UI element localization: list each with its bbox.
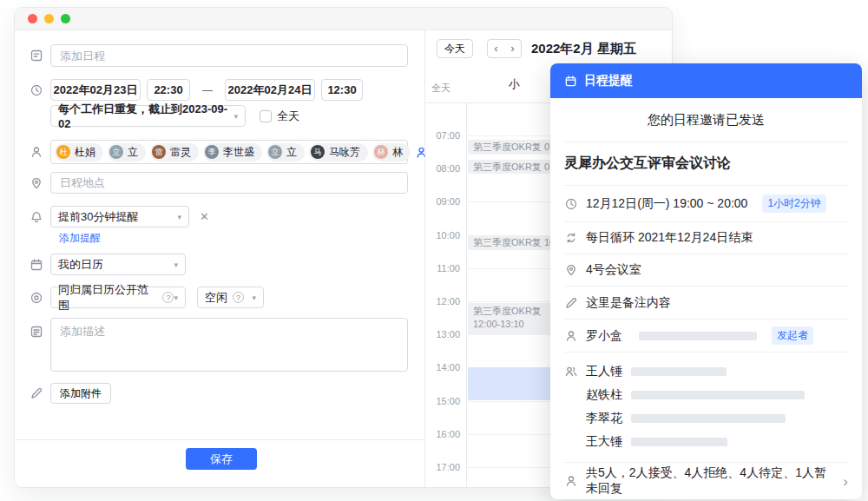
- bell-icon: [30, 210, 43, 224]
- pencil-icon: [30, 386, 43, 400]
- hour-label: 12:00: [425, 296, 460, 307]
- help-icon: ?: [233, 292, 244, 303]
- organizer-row: 罗小盒 发起者: [564, 320, 848, 353]
- reminder-event-title: 灵犀办公交互评审会议讨论: [564, 142, 848, 186]
- close-window-button[interactable]: [28, 14, 37, 23]
- footer-divider: [15, 439, 424, 440]
- visibility-icon: [30, 291, 43, 305]
- attendee-item: 赵铁柱: [564, 383, 848, 406]
- today-button[interactable]: 今天: [437, 39, 473, 58]
- repeat-select[interactable]: 每个工作日重复，截止到2023-09-02 ▾: [50, 105, 246, 127]
- attendee-chip[interactable]: 立 立: [108, 143, 146, 162]
- attendee-chip[interactable]: 雷 雷灵: [150, 143, 199, 162]
- visibility-select[interactable]: 同归属日历公开范围 ? ▾: [50, 287, 186, 308]
- date-range-dash: —: [202, 84, 213, 96]
- zoom-window-button[interactable]: [61, 14, 70, 23]
- repeat-text: 每日循环 2021年12月24日结束: [586, 230, 753, 246]
- reminder-card-header: 日程提醒: [550, 63, 862, 98]
- hour-label: 11:00: [425, 263, 460, 274]
- end-date-field[interactable]: 2022年02月24日: [225, 79, 315, 101]
- avatar: 立: [268, 145, 282, 159]
- avatar: 马: [311, 145, 325, 159]
- repeat-row: 每个工作日重复，截止到2023-09-02 ▾ 全天: [50, 105, 299, 127]
- avatar: 杜: [56, 145, 70, 159]
- help-icon: ?: [162, 292, 174, 303]
- hour-label: 15:00: [425, 396, 460, 406]
- location-input[interactable]: [50, 172, 408, 194]
- save-button[interactable]: 保存: [186, 448, 257, 470]
- reminder-select[interactable]: 提前30分钟提醒 ▾: [50, 206, 189, 227]
- attendee-item: 王人锤: [564, 359, 848, 383]
- calendar-header: 今天 ‹ › 2022年2月 星期五: [437, 39, 672, 58]
- hour-label: 13:00: [425, 329, 460, 339]
- reminder-card-title: 日程提醒: [584, 73, 633, 89]
- description-textarea[interactable]: [50, 318, 408, 372]
- calendar-icon: [30, 258, 43, 272]
- meeting-room-text: 4号会议室: [586, 262, 641, 278]
- location-row: [50, 172, 408, 194]
- location-pin-icon: [30, 176, 43, 190]
- description-row: [50, 318, 408, 372]
- attendee-chip[interactable]: 立 立: [266, 143, 305, 162]
- attendees-row: 杜 杜娟 立 立 雷 雷灵 李 李世盛: [50, 140, 408, 164]
- location-pin-icon: [564, 263, 578, 277]
- avatar: 李: [205, 145, 219, 159]
- window-titlebar: [15, 8, 672, 30]
- time-row: 12月12日(周一) 19:00 ~ 20:00 1小时2分钟: [564, 186, 848, 222]
- start-time-field[interactable]: 22:30: [147, 79, 190, 101]
- avatar: 雷: [152, 145, 166, 159]
- attendee-chip[interactable]: 马 马咏芳: [309, 143, 368, 162]
- chevron-right-icon[interactable]: ›: [843, 474, 848, 489]
- organizer-name: 罗小盒: [586, 328, 622, 344]
- rsvp-summary-row[interactable]: 共5人，2人接受、4人拒绝、4人待定、1人暂未回复 ›: [564, 463, 848, 499]
- attendee-name: 赵铁柱: [586, 387, 622, 403]
- attendee-chip[interactable]: 杜 杜娟: [55, 143, 103, 162]
- date-navigation: ‹ ›: [487, 39, 522, 58]
- event-reminder-card: 日程提醒 您的日程邀请已发送 灵犀办公交互评审会议讨论 12月12日(周一) 1…: [550, 63, 862, 499]
- add-attachment-button[interactable]: 添加附件: [50, 383, 111, 404]
- note-text: 这里是备注内容: [586, 295, 671, 311]
- datetime-row: 2022年02月23日 22:30 — 2022年02月24日 12:30: [50, 79, 363, 101]
- event-title-icon: [30, 49, 43, 63]
- minimize-window-button[interactable]: [44, 14, 54, 23]
- chevron-down-icon: ▾: [177, 213, 181, 221]
- attachment-row: 添加附件: [50, 383, 111, 404]
- person-icon: [564, 474, 578, 488]
- prev-day-button[interactable]: ‹: [488, 40, 504, 57]
- hour-label: 07:00: [425, 130, 460, 141]
- attendee-item: 李翠花: [564, 406, 848, 430]
- attendee-chip[interactable]: 李 李世盛: [203, 143, 262, 162]
- hour-label: 09:00: [425, 196, 460, 207]
- day-column-header: 小: [509, 76, 520, 92]
- add-reminder-row: 添加提醒: [50, 230, 101, 246]
- next-day-button[interactable]: ›: [504, 40, 521, 57]
- attendee-item: 王大锤: [564, 430, 848, 453]
- attendee-name: 王人锤: [586, 364, 622, 379]
- calendar-select[interactable]: 我的日历 ▾: [50, 254, 186, 275]
- placeholder-bar: [631, 438, 727, 446]
- description-icon: [30, 325, 43, 339]
- add-reminder-link[interactable]: 添加提醒: [59, 231, 101, 246]
- event-form-panel: 2022年02月23日 22:30 — 2022年02月24日 12:30 每个…: [15, 30, 425, 487]
- all-day-checkbox[interactable]: [260, 110, 272, 122]
- hour-label: 10:00: [425, 230, 460, 241]
- rsvp-summary-text: 共5人，2人接受、4人拒绝、4人待定、1人暂未回复: [586, 465, 835, 497]
- avatar: 林: [374, 145, 388, 159]
- group-icon: [564, 365, 578, 379]
- busy-status-select[interactable]: 空闲 ? ▾: [197, 287, 264, 308]
- end-time-field[interactable]: 12:30: [321, 79, 363, 101]
- remove-reminder-icon[interactable]: ✕: [200, 210, 209, 223]
- repeat-row: 每日循环 2021年12月24日结束: [564, 222, 848, 254]
- attendee-chip[interactable]: 林 林: [372, 143, 411, 162]
- calendar-title: 2022年2月 星期五: [531, 41, 636, 57]
- hour-label: 08:00: [425, 163, 460, 174]
- event-title-input[interactable]: [50, 44, 408, 67]
- start-date-field[interactable]: 2022年02月23日: [50, 79, 141, 101]
- all-day-label: 全天: [431, 82, 450, 95]
- chevron-down-icon: ▾: [174, 260, 178, 269]
- avatar: 立: [109, 145, 123, 159]
- organizer-icon: [564, 329, 578, 343]
- placeholder-bar: [631, 391, 805, 399]
- clock-icon: [30, 83, 43, 97]
- gutter-divider: [466, 103, 467, 487]
